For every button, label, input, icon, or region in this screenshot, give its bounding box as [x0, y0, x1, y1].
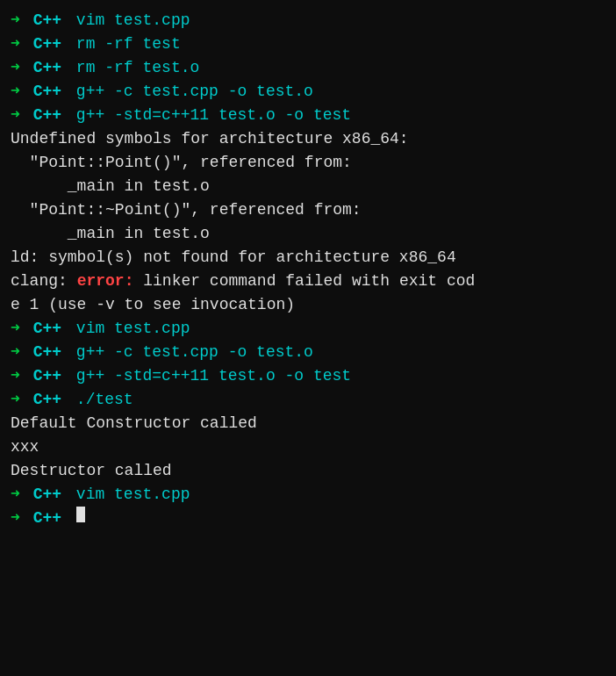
output-text: Destructor called	[11, 459, 172, 483]
output-text: "Point::Point()", referenced from:	[11, 151, 352, 175]
terminal-line: Destructor called	[11, 459, 605, 483]
terminal-line: ➜ C++ vim test.cpp	[11, 317, 605, 341]
terminal-line: _main in test.o	[11, 175, 605, 198]
cpp-badge: C++	[33, 341, 71, 364]
arrow-icon: ➜	[11, 388, 30, 412]
terminal-line: ➜ C++ vim test.cpp	[11, 483, 605, 507]
output-text: ld: symbol(s) not found for architecture…	[11, 246, 456, 270]
command-text: vim test.cpp	[76, 317, 190, 341]
cpp-badge: C++	[33, 364, 71, 388]
terminal-line: ➜ C++ rm -rf test	[11, 32, 605, 56]
cpp-badge: C++	[33, 483, 71, 507]
terminal-line: clang: error: linker command failed with…	[11, 270, 605, 293]
command-text: g++ -std=c++11 test.o -o test	[76, 104, 351, 127]
terminal-line: ➜ C++	[11, 507, 605, 530]
error-prefix: clang:	[11, 270, 77, 293]
command-text: ./test	[76, 388, 133, 412]
arrow-icon: ➜	[11, 80, 30, 104]
error-label: error:	[77, 270, 134, 293]
output-text: _main in test.o	[11, 222, 210, 246]
terminal-line: ➜ C++ g++ -c test.cpp -o test.o	[11, 341, 605, 364]
terminal-line: e 1 (use -v to see invocation)	[11, 293, 605, 317]
command-text: vim test.cpp	[76, 9, 190, 32]
terminal-line: ➜ C++ g++ -std=c++11 test.o -o test	[11, 104, 605, 127]
output-text: Undefined symbols for architecture x86_6…	[11, 127, 409, 151]
terminal-line: ➜ C++ g++ -c test.cpp -o test.o	[11, 80, 605, 104]
terminal-line: ld: symbol(s) not found for architecture…	[11, 246, 605, 270]
cpp-badge: C++	[33, 507, 71, 530]
command-text: g++ -c test.cpp -o test.o	[76, 341, 313, 364]
terminal-line: ➜ C++ vim test.cpp	[11, 9, 605, 32]
output-text: _main in test.o	[11, 175, 210, 198]
terminal-line: ➜ C++ ./test	[11, 388, 605, 412]
command-text: g++ -std=c++11 test.o -o test	[76, 364, 351, 388]
cpp-badge: C++	[33, 104, 71, 127]
terminal-container: ➜ C++ vim test.cpp➜ C++ rm -rf test➜ C++…	[11, 9, 605, 530]
arrow-icon: ➜	[11, 483, 30, 507]
arrow-icon: ➜	[11, 507, 30, 530]
arrow-icon: ➜	[11, 317, 30, 341]
cpp-badge: C++	[33, 32, 71, 56]
terminal-line: "Point::~Point()", referenced from:	[11, 198, 605, 222]
output-text: e 1 (use -v to see invocation)	[11, 293, 295, 317]
terminal-cursor	[76, 507, 85, 522]
command-text: rm -rf test.o	[76, 56, 199, 80]
arrow-icon: ➜	[11, 104, 30, 127]
terminal-line: "Point::Point()", referenced from:	[11, 151, 605, 175]
output-text: Default Constructor called	[11, 412, 257, 435]
cpp-badge: C++	[33, 80, 71, 104]
command-text: rm -rf test	[76, 32, 181, 56]
terminal-line: Undefined symbols for architecture x86_6…	[11, 127, 605, 151]
command-text: vim test.cpp	[76, 483, 190, 507]
terminal-line: ➜ C++ rm -rf test.o	[11, 56, 605, 80]
arrow-icon: ➜	[11, 341, 30, 364]
output-text: "Point::~Point()", referenced from:	[11, 198, 362, 222]
cpp-badge: C++	[33, 388, 71, 412]
error-rest: linker command failed with exit cod	[133, 270, 475, 293]
terminal-line: ➜ C++ g++ -std=c++11 test.o -o test	[11, 364, 605, 388]
terminal-line: _main in test.o	[11, 222, 605, 246]
arrow-icon: ➜	[11, 364, 30, 388]
terminal-line: xxx	[11, 435, 605, 459]
cpp-badge: C++	[33, 9, 71, 32]
arrow-icon: ➜	[11, 9, 30, 32]
cpp-badge: C++	[33, 56, 71, 80]
output-text: xxx	[11, 435, 39, 459]
arrow-icon: ➜	[11, 56, 30, 80]
arrow-icon: ➜	[11, 32, 30, 56]
command-text: g++ -c test.cpp -o test.o	[76, 80, 313, 104]
terminal-line: Default Constructor called	[11, 412, 605, 435]
cpp-badge: C++	[33, 317, 71, 341]
